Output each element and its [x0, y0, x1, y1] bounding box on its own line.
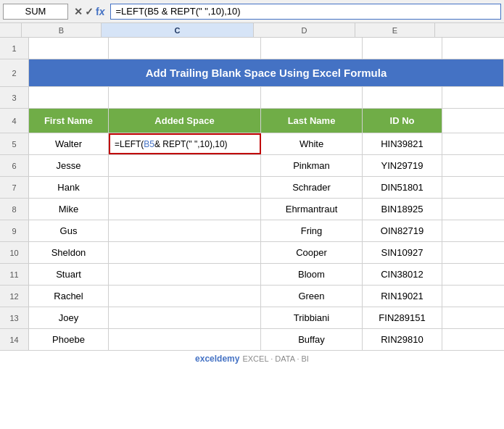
cell-c9[interactable] — [109, 220, 261, 241]
row-1: 1 — [0, 38, 504, 59]
watermark-row: exceldemy EXCEL · DATA · BI — [0, 351, 504, 367]
cell-c8[interactable] — [109, 199, 261, 220]
rownum-6: 6 — [0, 155, 29, 176]
header-row-num — [0, 23, 22, 37]
rownum-14: 14 — [0, 329, 29, 350]
col-header-c[interactable]: C — [102, 23, 254, 37]
cell-c11[interactable] — [109, 264, 261, 285]
cell-d1[interactable] — [261, 38, 363, 59]
cell-e5[interactable]: HIN39821 — [363, 133, 442, 154]
row-14: 14PhoebeBuffayRIN29810 — [0, 329, 504, 351]
function-icon[interactable]: fx — [96, 6, 104, 17]
cell-d12[interactable]: Green — [261, 286, 363, 307]
cell-b10[interactable]: Sheldon — [29, 242, 109, 263]
cell-e10[interactable]: SIN10927 — [363, 242, 442, 263]
cell-c5[interactable]: =LEFT(B5 & REPT(" ",10),10) — [109, 133, 261, 154]
cell-e8[interactable]: BIN18925 — [363, 199, 442, 220]
row-8: 8MikeEhrmantrautBIN18925 — [0, 199, 504, 220]
cell-b8[interactable]: Mike — [29, 199, 109, 220]
cell-d6[interactable]: Pinkman — [261, 155, 363, 176]
cell-b9[interactable]: Gus — [29, 220, 109, 241]
cell-b13[interactable]: Joey — [29, 307, 109, 328]
rownum-3: 3 — [0, 87, 29, 108]
cell-d14[interactable]: Buffay — [261, 329, 363, 350]
row-7: 7HankSchraderDIN51801 — [0, 177, 504, 199]
rownum-4: 4 — [0, 109, 29, 133]
formula-icons: ✕ ✓ fx — [71, 6, 107, 17]
cell-e13[interactable]: FIN289151 — [363, 307, 442, 328]
rownum-8: 8 — [0, 199, 29, 220]
header-id-no: ID No — [363, 109, 442, 133]
watermark-logo: exceldemy — [195, 354, 239, 364]
cell-e3[interactable] — [363, 87, 442, 108]
row-2: 2 Add Trailing Blank Space Using Excel F… — [0, 59, 504, 87]
cell-d9[interactable]: Fring — [261, 220, 363, 241]
row-6: 6JessePinkmanYIN29719 — [0, 155, 504, 177]
rownum-11: 11 — [0, 264, 29, 285]
col-header-e[interactable]: E — [355, 23, 435, 37]
cell-e7[interactable]: DIN51801 — [363, 177, 442, 198]
row-10: 10SheldonCooperSIN10927 — [0, 242, 504, 264]
column-headers: B C D E — [0, 23, 504, 38]
cell-e9[interactable]: OIN82719 — [363, 220, 442, 241]
cell-c13[interactable] — [109, 307, 261, 328]
watermark: exceldemy EXCEL · DATA · BI — [195, 354, 309, 364]
rownum-10: 10 — [0, 242, 29, 263]
cell-b6[interactable]: Jesse — [29, 155, 109, 176]
col-header-d[interactable]: D — [254, 23, 355, 37]
cell-d3[interactable] — [261, 87, 363, 108]
title-cell: Add Trailing Blank Space Using Excel For… — [29, 59, 504, 86]
col-header-b[interactable]: B — [22, 23, 102, 37]
cell-b11[interactable]: Stuart — [29, 264, 109, 285]
cell-b5[interactable]: Walter — [29, 133, 109, 154]
cell-b12[interactable]: Rachel — [29, 286, 109, 307]
row-4: 4 First Name Added Space Last Name ID No — [0, 109, 504, 133]
cell-e1[interactable] — [363, 38, 442, 59]
cell-c10[interactable] — [109, 242, 261, 263]
cell-b3[interactable] — [29, 87, 109, 108]
cell-b7[interactable]: Hank — [29, 177, 109, 198]
row-11: 11StuartBloomCIN38012 — [0, 264, 504, 286]
name-box[interactable]: SUM — [3, 4, 68, 20]
data-rows: 5Walter=LEFT(B5 & REPT(" ",10),10)WhiteH… — [0, 133, 504, 351]
cell-c14[interactable] — [109, 329, 261, 350]
cell-d13[interactable]: Tribbiani — [261, 307, 363, 328]
cell-b14[interactable]: Phoebe — [29, 329, 109, 350]
confirm-icon[interactable]: ✓ — [85, 6, 94, 17]
cell-e11[interactable]: CIN38012 — [363, 264, 442, 285]
cell-c6[interactable] — [109, 155, 261, 176]
cancel-icon[interactable]: ✕ — [74, 6, 83, 17]
row-3: 3 — [0, 87, 504, 109]
cell-e6[interactable]: YIN29719 — [363, 155, 442, 176]
row-13: 13JoeyTribbianiFIN289151 — [0, 307, 504, 329]
row-9: 9GusFringOIN82719 — [0, 220, 504, 242]
cell-d11[interactable]: Bloom — [261, 264, 363, 285]
rownum-12: 12 — [0, 286, 29, 307]
cell-c3[interactable] — [109, 87, 261, 108]
cell-e14[interactable]: RIN29810 — [363, 329, 442, 350]
cell-c1[interactable] — [109, 38, 261, 59]
header-last-name: Last Name — [261, 109, 363, 133]
rownum-9: 9 — [0, 220, 29, 241]
rownum-13: 13 — [0, 307, 29, 328]
cell-d10[interactable]: Cooper — [261, 242, 363, 263]
row-5: 5Walter=LEFT(B5 & REPT(" ",10),10)WhiteH… — [0, 133, 504, 155]
rownum-2: 2 — [0, 59, 29, 86]
cell-d5[interactable]: White — [261, 133, 363, 154]
rownum-7: 7 — [0, 177, 29, 198]
header-first-name: First Name — [29, 109, 109, 133]
formula-bar-container: SUM ✕ ✓ fx — [0, 0, 504, 23]
header-added-space: Added Space — [109, 109, 261, 133]
rownum-1: 1 — [0, 38, 29, 59]
cell-c7[interactable] — [109, 177, 261, 198]
cell-c12[interactable] — [109, 286, 261, 307]
cell-b1[interactable] — [29, 38, 109, 59]
rownum-5: 5 — [0, 133, 29, 154]
cell-d7[interactable]: Schrader — [261, 177, 363, 198]
spreadsheet: 1 2 Add Trailing Blank Space Using Excel… — [0, 38, 504, 351]
row-12: 12RachelGreenRIN19021 — [0, 286, 504, 307]
cell-d8[interactable]: Ehrmantraut — [261, 199, 363, 220]
formula-input[interactable] — [110, 4, 501, 20]
cell-e12[interactable]: RIN19021 — [363, 286, 442, 307]
watermark-tagline: EXCEL · DATA · BI — [242, 354, 309, 363]
